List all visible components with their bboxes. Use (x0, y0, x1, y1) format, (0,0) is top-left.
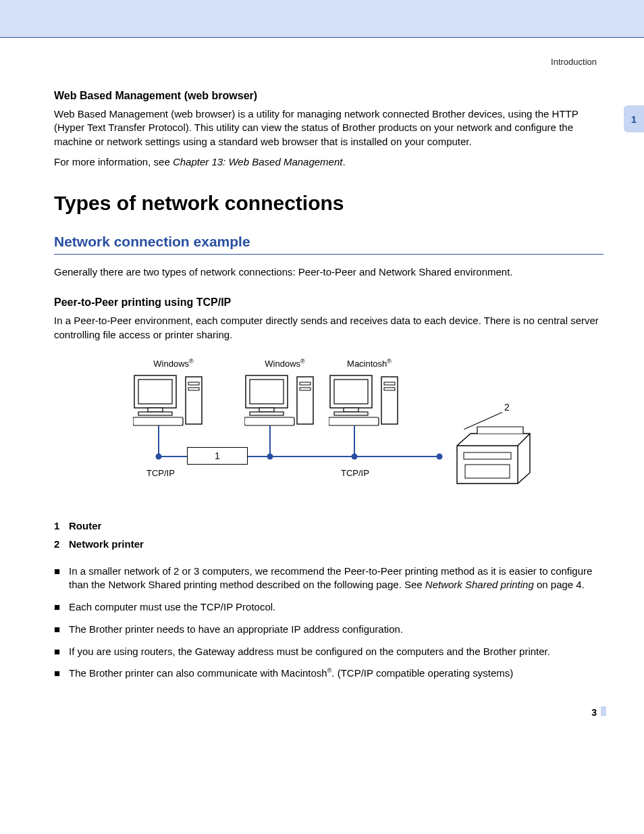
svg-rect-7 (188, 388, 199, 390)
text-fragment: . (342, 156, 345, 167)
svg-rect-18 (344, 408, 358, 412)
network-line (269, 425, 271, 456)
svg-rect-11 (250, 412, 284, 415)
printer-icon (450, 425, 538, 486)
heading-nce: Network connection example (54, 234, 603, 250)
top-banner (0, 0, 644, 38)
legend-row: 2 Network printer (54, 538, 603, 550)
svg-rect-15 (300, 388, 311, 390)
registered-mark: ® (387, 358, 392, 365)
tcpip-label: TCP/IP (341, 468, 369, 478)
page-body: Introduction 1 Web Based Management (web… (0, 38, 644, 716)
page-number: 3 (591, 706, 606, 716)
text-fragment: . (TCP/IP compatible operating systems) (331, 667, 513, 679)
network-node (352, 453, 358, 459)
para-wbm: Web Based Management (web browser) is a … (54, 107, 603, 149)
svg-rect-6 (188, 382, 199, 385)
svg-rect-14 (300, 382, 311, 385)
svg-rect-19 (334, 412, 368, 415)
para-wbm-ref: For more information, see Chapter 13: We… (54, 155, 603, 169)
text-fragment: Windows (265, 359, 300, 369)
svg-rect-22 (384, 382, 395, 385)
svg-rect-23 (384, 388, 395, 390)
list-item: ■ If you are using routers, the Gateway … (54, 645, 603, 659)
svg-rect-1 (138, 380, 172, 404)
router-box: 1 (187, 447, 248, 465)
svg-rect-4 (133, 417, 183, 425)
bullet-text: If you are using routers, the Gateway ad… (69, 645, 603, 659)
registered-mark: ® (300, 358, 305, 365)
svg-rect-20 (329, 417, 379, 425)
text-fragment: Windows (153, 359, 189, 369)
bullet-marker: ■ (54, 565, 69, 592)
section-rule (54, 254, 603, 255)
heading-wbm: Web Based Management (web browser) (54, 90, 603, 102)
bullet-text: In a smaller network of 2 or 3 computers… (69, 565, 603, 592)
para-p2p: In a Peer-to-Peer environment, each comp… (54, 314, 603, 342)
legend-label: Network printer (69, 538, 144, 550)
bullet-text: The Brother printer needs to have an app… (69, 623, 603, 637)
list-item: ■ The Brother printer needs to have an a… (54, 623, 603, 637)
svg-rect-3 (138, 412, 172, 415)
legend-row: 1 Router (54, 520, 603, 531)
registered-mark: ® (189, 358, 194, 365)
diagram-legend: 1 Router 2 Network printer (54, 520, 603, 550)
page-number-accent (601, 706, 606, 716)
legend-num: 2 (54, 538, 69, 550)
bullet-marker: ■ (54, 667, 69, 681)
text-fragment: For more information, see (54, 156, 173, 167)
text-fragment: on page 4. (534, 579, 585, 590)
svg-rect-12 (244, 417, 294, 425)
cross-reference[interactable]: Chapter 13: Web Based Management (173, 156, 343, 167)
bullet-text: The Brother printer can also communicate… (69, 667, 603, 681)
svg-rect-9 (250, 380, 284, 404)
list-item: ■ In a smaller network of 2 or 3 compute… (54, 565, 603, 592)
bullet-text: Each computer must use the TCP/IP Protoc… (69, 600, 603, 615)
svg-rect-25 (465, 465, 510, 478)
text-fragment: Macintosh (347, 359, 387, 369)
router-number: 1 (215, 450, 220, 461)
os-label-2: Windows® (244, 358, 325, 369)
cross-reference[interactable]: Network Shared printing (425, 579, 534, 590)
bullet-list: ■ In a smaller network of 2 or 3 compute… (54, 565, 603, 681)
os-label-1: Windows® (133, 358, 214, 369)
network-node (156, 453, 162, 459)
computer-icon (244, 373, 319, 427)
tcpip-label: TCP/IP (146, 468, 175, 478)
heading-p2p: Peer-to-Peer printing using TCP/IP (54, 296, 603, 309)
chapter-tab: 1 (624, 105, 644, 132)
network-diagram: Windows® Windows® Macintosh® (126, 358, 531, 500)
computer-icon (329, 373, 403, 427)
list-item: ■ Each computer must use the TCP/IP Prot… (54, 600, 603, 615)
svg-rect-10 (259, 408, 274, 412)
network-node (437, 453, 443, 459)
svg-rect-2 (148, 408, 163, 412)
legend-num: 1 (54, 520, 69, 531)
legend-label: Router (69, 520, 101, 531)
page-number-value: 3 (591, 707, 597, 716)
heading-types: Types of network connections (54, 192, 603, 215)
text-fragment: The Brother printer can also communicate… (69, 667, 327, 679)
para-nce: Generally there are two types of network… (54, 265, 603, 279)
network-line (354, 425, 355, 456)
svg-rect-17 (334, 380, 368, 404)
network-line (158, 425, 159, 456)
running-head: Introduction (54, 57, 603, 67)
network-node (267, 453, 273, 459)
bullet-marker: ■ (54, 600, 69, 615)
computer-icon (133, 373, 207, 427)
callout-number: 2 (504, 402, 510, 413)
os-label-3: Macintosh® (329, 358, 410, 369)
bullet-marker: ■ (54, 645, 69, 659)
bullet-marker: ■ (54, 623, 69, 637)
svg-rect-24 (464, 452, 511, 459)
list-item: ■ The Brother printer can also communica… (54, 667, 603, 681)
